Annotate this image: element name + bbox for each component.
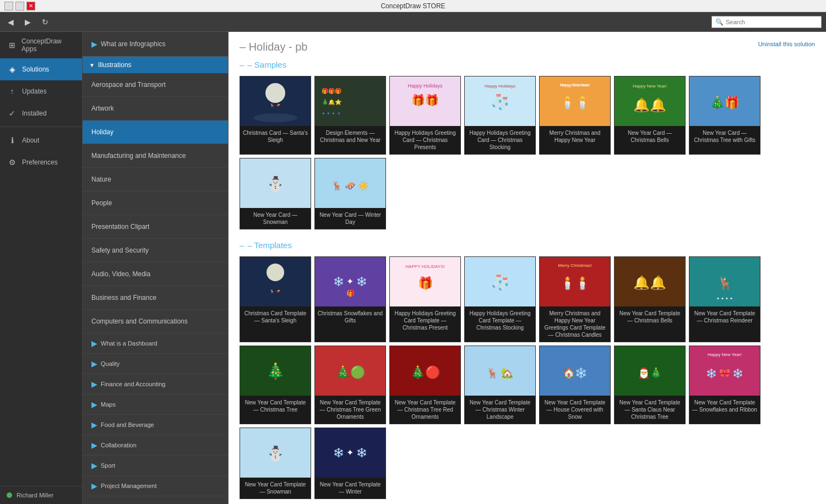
samples-grid: 🦌 🛷 Christmas Card — Santa's Sleigh 🎁🎁🎁🎄… <box>240 76 815 229</box>
svg-text:🎄🔴: 🎄🔴 <box>410 365 441 380</box>
sample-card-1[interactable]: 🦌 🛷 Christmas Card — Santa's Sleigh <box>240 76 311 155</box>
sample-card-2[interactable]: 🎁🎁🎁🎄🔔⭐✦ ✦ ✦ ✦ Design Elements — Christma… <box>314 76 386 155</box>
sidebar-item-about[interactable]: ℹ About <box>0 129 82 151</box>
template-label-6: New Year Card Template — Christmas Bells <box>615 306 685 327</box>
template-card-5[interactable]: Merry Christmas!🕯️🕯️ Merry Christmas and… <box>539 256 611 342</box>
nav-nature[interactable]: Nature <box>83 168 228 191</box>
nav-computers[interactable]: Computers and Communications <box>83 310 228 333</box>
nav-sport[interactable]: ▶ Sport <box>83 456 228 476</box>
svg-text:✦ ✦ ✦ ✦: ✦ ✦ ✦ ✦ <box>716 297 733 300</box>
nav-audio-video[interactable]: Audio, Video, Media <box>83 262 228 286</box>
template-card-4[interactable]: 🧦 Happy Holidays Greeting Card Template … <box>464 256 536 342</box>
templates-section-header[interactable]: – – Templates <box>240 240 815 250</box>
apps-icon: ⊞ <box>7 40 17 51</box>
search-input[interactable] <box>726 19 818 25</box>
nav-safety[interactable]: Safety and Security <box>83 239 228 262</box>
nav-what-is-dashboard[interactable]: ▶ What is a Dashboard <box>83 333 228 354</box>
template-card-1[interactable]: 🦌 🛷 Christmas Card Template — Santa's Sl… <box>240 256 311 342</box>
template-card-11[interactable]: 🦌 🏡 New Year Card Template — Christmas W… <box>464 346 536 424</box>
updates-icon: ↑ <box>7 86 18 97</box>
nav-finance-accounting[interactable]: ▶ Finance and Accounting <box>83 374 228 395</box>
nav-business-finance[interactable]: Business and Finance <box>83 286 228 310</box>
nav-project-management[interactable]: ▶ Project Management <box>83 476 228 496</box>
sidebar-item-installed[interactable]: ✓ Installed <box>0 102 82 124</box>
back-button[interactable]: ◀ <box>4 15 17 29</box>
nav-holiday[interactable]: Holiday <box>83 120 228 144</box>
template-card-8[interactable]: 🎄 New Year Card Template — Christmas Tre… <box>240 346 311 424</box>
forward-button[interactable]: ▶ <box>21 15 34 29</box>
svg-text:Happy New Year!: Happy New Year! <box>708 352 742 357</box>
sidebar-item-conceptdraw-apps[interactable]: ⊞ ConceptDraw Apps <box>0 32 82 58</box>
template-card-14[interactable]: Happy New Year!❄️ 🎀 ❄️ New Year Card Tem… <box>689 346 760 424</box>
sample-card-3[interactable]: Happy Holidays🎁🎁 Happy Holidays Greeting… <box>389 76 461 155</box>
template-card-12[interactable]: 🏠❄️ New Year Card Template — House Cover… <box>539 346 611 424</box>
template-card-6[interactable]: 🔔🔔 New Year Card Template — Christmas Be… <box>614 256 686 342</box>
template-card-7[interactable]: 🦌✦ ✦ ✦ ✦ New Year Card Template — Christ… <box>689 256 760 342</box>
template-label-16: New Year Card Template — Winter <box>315 478 385 498</box>
sample-card-4[interactable]: Happy Holidays🧦 Happy Holidays Greeting … <box>464 76 536 155</box>
sample-thumb-7: 🎄🎁 <box>689 76 760 126</box>
sample-label-6: New Year Card — Christmas Bells <box>615 126 685 147</box>
user-status-dot <box>7 492 12 498</box>
sample-label-3: Happy Holidays Greeting Card — Christmas… <box>390 126 460 154</box>
minus-icon-samples: – <box>240 60 244 69</box>
template-card-15[interactable]: ⛄ New Year Card Template — Snowman <box>240 428 311 499</box>
template-card-9[interactable]: 🎄🟢 New Year Card Template — Christmas Tr… <box>314 346 386 424</box>
sample-label-9: New Year Card — Winter Day <box>315 208 385 229</box>
sample-thumb-3: Happy Holidays🎁🎁 <box>390 76 460 126</box>
template-card-2[interactable]: ❄️ ✦ ❄️🎁 Christmas Snowflakes and Gifts <box>314 256 386 342</box>
close-button[interactable]: ✕ <box>26 2 35 10</box>
template-card-10[interactable]: 🎄🔴 New Year Card Template — Christmas Tr… <box>389 346 461 424</box>
nav-business-productivity[interactable]: ▶ Business Productivity <box>83 496 228 504</box>
template-thumb-15: ⛄ <box>240 428 311 478</box>
nav-manufacturing[interactable]: Manufacturing and Maintenance <box>83 144 228 168</box>
svg-text:🔔🔔: 🔔🔔 <box>633 275 666 291</box>
toolbar: ◀ ▶ ↻ 🔍 <box>0 12 826 32</box>
template-label-4: Happy Holidays Greeting Card Template — … <box>465 306 535 335</box>
svg-point-28 <box>267 264 284 281</box>
sample-label-5: Merry Christmas and Happy New Year <box>540 126 610 147</box>
uninstall-link[interactable]: Uninstall this solution <box>758 41 815 47</box>
svg-text:🧦: 🧦 <box>491 273 510 291</box>
bullet-icon-5: ▶ <box>91 400 97 409</box>
template-thumb-6: 🔔🔔 <box>615 257 685 306</box>
template-label-10: New Year Card Template — Christmas Tree … <box>390 396 460 424</box>
nav-artwork[interactable]: Artwork <box>83 97 228 120</box>
template-card-16[interactable]: ❄️ ✦ ❄️ New Year Card Template — Winter <box>314 428 386 499</box>
template-card-13[interactable]: 🎅🎄 New Year Card Template — Santa Claus … <box>614 346 686 424</box>
svg-text:Happy Holidays: Happy Holidays <box>407 83 443 89</box>
sample-card-5[interactable]: Merry Christmas!Happy New Year!🕯️🕯️ Merr… <box>539 76 611 155</box>
nav-aerospace[interactable]: Aerospace and Transport <box>83 73 228 97</box>
search-icon: 🔍 <box>715 18 724 26</box>
nav-people[interactable]: People <box>83 191 228 215</box>
sample-thumb-1: 🦌 🛷 <box>240 76 311 126</box>
template-label-3: Happy Holidays Greeting Card Template — … <box>390 306 460 335</box>
template-thumb-10: 🎄🔴 <box>390 346 460 396</box>
template-label-5: Merry Christmas and Happy New Year Greet… <box>540 306 610 342</box>
sample-card-6[interactable]: Happy New Year!🔔🔔 New Year Card — Christ… <box>614 76 686 155</box>
nav-collaboration[interactable]: ▶ Collaboration <box>83 435 228 456</box>
template-card-3[interactable]: HAPPY HOLIDAYS!🎁 Happy Holidays Greeting… <box>389 256 461 342</box>
svg-text:🧦: 🧦 <box>491 92 510 111</box>
sidebar-item-preferences[interactable]: ⚙ Preferences <box>0 151 82 173</box>
nav-quality[interactable]: ▶ Quality <box>83 354 228 374</box>
sample-card-7[interactable]: 🎄🎁 New Year Card — Christmas Tree with G… <box>689 76 760 155</box>
svg-text:🎄🔔⭐: 🎄🔔⭐ <box>322 98 342 106</box>
template-thumb-5: Merry Christmas!🕯️🕯️ <box>540 257 610 306</box>
sidebar-item-updates[interactable]: ↑ Updates <box>0 80 82 102</box>
nav-presentation-clipart[interactable]: Presentation Clipart <box>83 215 228 239</box>
nav-illustrations-header[interactable]: ▼ Illustrations <box>83 57 228 73</box>
svg-text:🎁🎁🎁: 🎁🎁🎁 <box>322 87 342 95</box>
nav-food-beverage[interactable]: ▶ Food and Beverage <box>83 415 228 435</box>
sample-card-8[interactable]: ⛄ New Year Card — Snowman <box>240 158 311 229</box>
bullet-icon-4: ▶ <box>91 380 97 388</box>
sidebar-item-solutions[interactable]: ◈ Solutions <box>0 58 82 80</box>
sample-card-9[interactable]: 🦌 🛷 ☀️ New Year Card — Winter Day <box>314 158 386 229</box>
samples-section-header[interactable]: – – Samples <box>240 60 815 69</box>
refresh-button[interactable]: ↻ <box>39 15 52 29</box>
restore-button[interactable]: ❐ <box>15 2 24 10</box>
nav-what-are-infographics[interactable]: ▶ What are Infographics <box>83 32 228 57</box>
minimize-button[interactable]: – <box>4 2 13 10</box>
nav-maps[interactable]: ▶ Maps <box>83 395 228 415</box>
svg-text:🔔🔔: 🔔🔔 <box>633 97 666 113</box>
